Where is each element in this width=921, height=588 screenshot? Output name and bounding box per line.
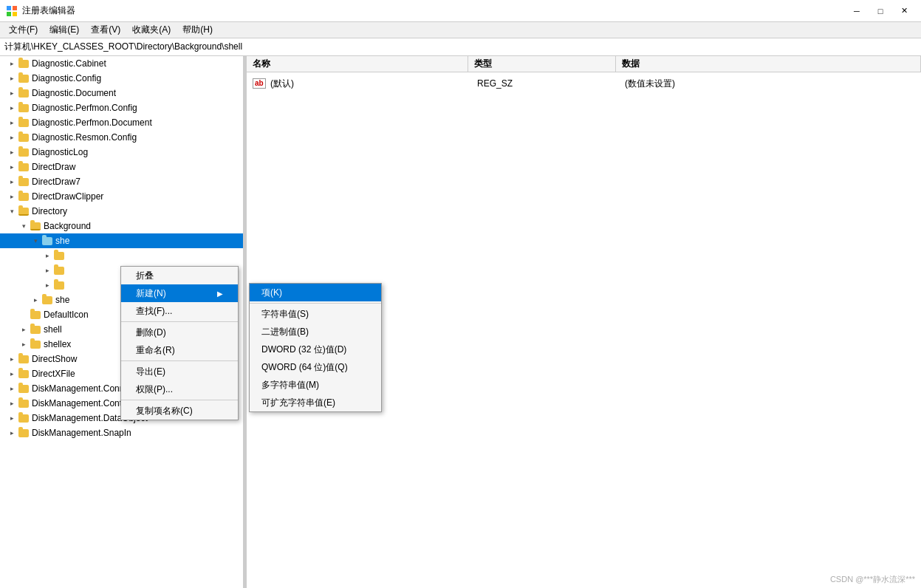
tree-item-directdraw[interactable]: ▸DirectDraw xyxy=(0,160,243,174)
context-menu-item-copy-name[interactable]: 复制项名称(C) xyxy=(121,402,238,420)
close-button[interactable]: ✕ xyxy=(893,4,915,18)
context-menu-item-find[interactable]: 查找(F)... xyxy=(121,302,238,320)
tree-label-diagnostic-config: Diagnostic.Config xyxy=(32,73,101,83)
expand-btn-shell[interactable]: ▾ xyxy=(30,235,41,247)
expand-btn-diskmanagement-connection[interactable]: ▸ xyxy=(6,383,18,394)
tree-label-directshow: DirectShow xyxy=(32,354,77,364)
tree-label-directdraw: DirectDraw xyxy=(32,162,75,172)
tree-item-diagnostic-document[interactable]: ▸Diagnostic.Document xyxy=(0,86,243,100)
context-menu-item-permissions[interactable]: 权限(P)... xyxy=(121,380,238,398)
menu-separator xyxy=(121,321,238,322)
expand-btn-background[interactable]: ▾ xyxy=(18,220,30,232)
tree-item-directory[interactable]: ▾Directory xyxy=(0,204,243,219)
tree-label-background: Background xyxy=(44,221,91,231)
tree-label-diskmanagement-snapin: DiskManagement.SnapIn xyxy=(32,428,131,438)
tree-label-directxfile: DirectXFile xyxy=(32,369,75,379)
expand-btn-shell-child2[interactable]: ▸ xyxy=(41,264,53,276)
expand-btn-diagnosticlog[interactable]: ▸ xyxy=(6,146,18,158)
tree-item-diagnosticlog[interactable]: ▸DiagnosticLog xyxy=(0,145,243,160)
context-menu-item-new[interactable]: 新建(N)▶ xyxy=(121,284,238,302)
expand-btn-shell2[interactable]: ▸ xyxy=(30,294,41,306)
submenu-item-key[interactable]: 项(K) xyxy=(250,284,381,301)
tree-label-shellex: shellex xyxy=(44,339,71,349)
tree-item-shell-child1[interactable]: ▸ xyxy=(0,248,243,263)
reg-entry-name: (默认) xyxy=(270,78,477,90)
menu-item-查看(V)[interactable]: 查看(V) xyxy=(85,22,126,38)
tree-item-diagnostic-perfmon-document[interactable]: ▸Diagnostic.Perfmon.Document xyxy=(0,115,243,130)
submenu-item-dword-value[interactable]: DWORD (32 位)值(D) xyxy=(250,341,381,358)
minimize-button[interactable]: ─ xyxy=(846,4,868,18)
menu-item-编辑(E)[interactable]: 编辑(E) xyxy=(44,22,85,38)
expand-btn-diagnostic-document[interactable]: ▸ xyxy=(6,87,18,99)
tree-item-background[interactable]: ▾Background xyxy=(0,219,243,233)
col-header-type[interactable]: 类型 xyxy=(468,56,616,72)
tree-label-diagnosticlog: DiagnosticLog xyxy=(32,147,88,157)
tree-label-diagnostic-document: Diagnostic.Document xyxy=(32,88,116,98)
submenu-item-expandable-string[interactable]: 可扩充字符串值(E) xyxy=(250,394,381,411)
expand-btn-shell3[interactable]: ▸ xyxy=(18,324,30,335)
tree-label-diagnostic-perfmon-config: Diagnostic.Perfmon.Config xyxy=(32,103,137,113)
ab-icon: ab xyxy=(253,78,267,89)
tree-label-diskmanagement-control: DiskManagement.Control xyxy=(32,398,131,408)
tree-item-shell[interactable]: ▾she xyxy=(0,233,243,248)
submenu-item-qword-value[interactable]: QWORD (64 位)值(Q) xyxy=(250,358,381,376)
expand-btn-diskmanagement-snapin[interactable]: ▸ xyxy=(6,427,18,439)
svg-rect-1 xyxy=(13,6,17,10)
svg-rect-0 xyxy=(7,6,11,10)
tree-label-shell2: she xyxy=(55,295,69,305)
watermark: CSDN @***静水流深*** xyxy=(830,574,915,585)
expand-btn-directdrawclipper[interactable]: ▸ xyxy=(6,191,18,202)
tree-item-directdrawclipper[interactable]: ▸DirectDrawClipper xyxy=(0,189,243,204)
submenu-arrow: ▶ xyxy=(217,290,223,298)
tree-label-directory: Directory xyxy=(32,206,67,216)
address-bar: 计算机\HKEY_CLASSES_ROOT\Directory\Backgrou… xyxy=(0,38,921,56)
context-menu-item-delete[interactable]: 删除(D) xyxy=(121,324,238,341)
address-path: 计算机\HKEY_CLASSES_ROOT\Directory\Backgrou… xyxy=(4,41,242,53)
svg-rect-2 xyxy=(7,12,11,16)
column-headers: 名称 类型 数据 xyxy=(247,56,921,72)
col-header-data[interactable]: 数据 xyxy=(616,56,921,72)
expand-btn-diskmanagement-dataobject[interactable]: ▸ xyxy=(6,412,18,424)
expand-btn-diagnostic-perfmon-config[interactable]: ▸ xyxy=(6,102,18,114)
tree-label-diagnostic-perfmon-document: Diagnostic.Perfmon.Document xyxy=(32,117,152,128)
expand-btn-diagnostic-config[interactable]: ▸ xyxy=(6,72,18,84)
tree-item-diagnostic-resmon-config[interactable]: ▸Diagnostic.Resmon.Config xyxy=(0,130,243,145)
expand-btn-directshow[interactable]: ▸ xyxy=(6,353,18,365)
expand-btn-shell-child1[interactable]: ▸ xyxy=(41,250,53,261)
menu-item-收藏夹(A)[interactable]: 收藏夹(A) xyxy=(126,22,177,38)
tree-item-directdraw7[interactable]: ▸DirectDraw7 xyxy=(0,174,243,189)
reg-entry-type: REG_SZ xyxy=(477,78,625,89)
tree-item-diskmanagement-snapin[interactable]: ▸DiskManagement.SnapIn xyxy=(0,425,243,440)
expand-btn-directdraw7[interactable]: ▸ xyxy=(6,176,18,188)
submenu-item-string-value[interactable]: 字符串值(S) xyxy=(250,305,381,323)
menu-item-帮助(H)[interactable]: 帮助(H) xyxy=(177,22,219,38)
submenu-separator xyxy=(250,303,381,304)
expand-btn-directdraw[interactable]: ▸ xyxy=(6,161,18,173)
tree-label-shell3: shell xyxy=(44,324,62,335)
expand-btn-diagnostic-perfmon-document[interactable]: ▸ xyxy=(6,117,18,129)
expand-btn-diagnostic-resmon-config[interactable]: ▸ xyxy=(6,131,18,143)
submenu: 项(K)字符串值(S)二进制值(B)DWORD (32 位)值(D)QWORD … xyxy=(249,283,382,412)
context-menu-item-export[interactable]: 导出(E) xyxy=(121,363,238,380)
expand-btn-directory[interactable]: ▾ xyxy=(6,205,18,217)
maximize-button[interactable]: □ xyxy=(869,4,891,18)
context-menu-item-collapse[interactable]: 折叠 xyxy=(121,267,238,284)
tree-item-diagnostic-config[interactable]: ▸Diagnostic.Config xyxy=(0,71,243,86)
expand-btn-diagnostic-cabinet[interactable]: ▸ xyxy=(6,58,18,69)
submenu-item-multi-string[interactable]: 多字符串值(M) xyxy=(250,376,381,394)
context-menu-item-rename[interactable]: 重命名(R) xyxy=(121,341,238,359)
reg-entry-default[interactable]: ab (默认) REG_SZ (数值未设置) xyxy=(247,75,921,92)
tree-item-diagnostic-cabinet[interactable]: ▸Diagnostic.Cabinet xyxy=(0,56,243,71)
title-bar: 注册表编辑器 ─ □ ✕ xyxy=(0,0,921,22)
menu-separator xyxy=(121,400,238,400)
tree-label-diagnostic-cabinet: Diagnostic.Cabinet xyxy=(32,58,106,69)
expand-btn-diskmanagement-control[interactable]: ▸ xyxy=(6,397,18,409)
menu-item-文件(F)[interactable]: 文件(F) xyxy=(3,22,44,38)
tree-item-diagnostic-perfmon-config[interactable]: ▸Diagnostic.Perfmon.Config xyxy=(0,100,243,115)
expand-btn-directxfile[interactable]: ▸ xyxy=(6,368,18,380)
col-header-name[interactable]: 名称 xyxy=(247,56,468,72)
submenu-item-binary-value[interactable]: 二进制值(B) xyxy=(250,323,381,341)
context-menu: 折叠新建(N)▶查找(F)...删除(D)重命名(R)导出(E)权限(P)...… xyxy=(120,266,239,420)
expand-btn-shell-child3[interactable]: ▸ xyxy=(41,279,53,291)
expand-btn-shellex[interactable]: ▸ xyxy=(18,338,30,350)
